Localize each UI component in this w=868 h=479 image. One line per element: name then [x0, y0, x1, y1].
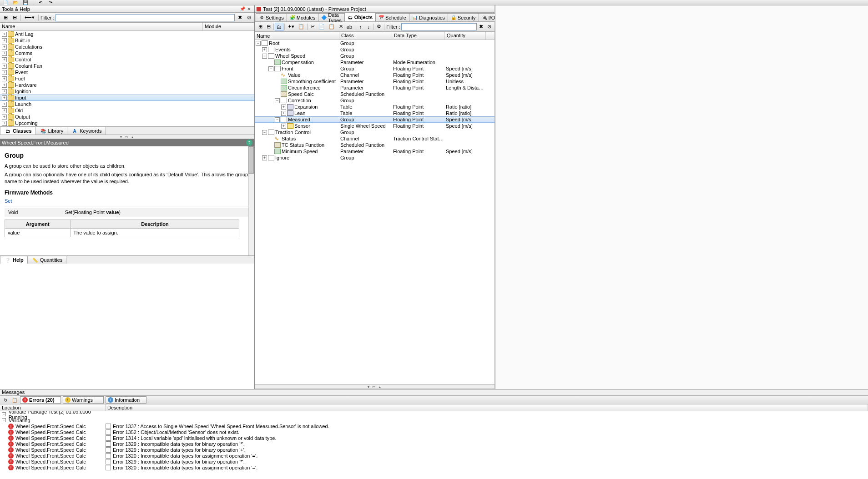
object-row[interactable]: +SensorSingle Wheel SpeedFloating PointS…: [255, 123, 495, 129]
filter-input[interactable]: [56, 14, 235, 21]
tree-expand-button[interactable]: ⊞: [256, 23, 264, 31]
object-row[interactable]: StatusChannelTraction Control Status Enu…: [255, 135, 495, 142]
messages-body[interactable]: −Validate Package Test [2] 01.09.0000 Ru…: [0, 411, 868, 479]
message-group-row[interactable]: −Validate Package Test [2] 01.09.0000 Ru…: [0, 411, 868, 417]
objects-filter-input[interactable]: [401, 23, 477, 30]
expand-icon[interactable]: +: [2, 83, 7, 88]
tree-collapse-button[interactable]: ⊟: [10, 14, 19, 22]
delete-icon[interactable]: ✕: [337, 23, 345, 31]
tab-quantities[interactable]: 📏Quantities: [27, 256, 67, 264]
expand-icon[interactable]: +: [2, 76, 7, 81]
object-row[interactable]: −MeasuredGroupFloating PointSpeed [m/s]: [255, 116, 495, 123]
tree-expand-button[interactable]: ⊞: [1, 14, 10, 22]
expand-icon[interactable]: +: [281, 124, 286, 129]
splitter[interactable]: ▾ ▭ ▴: [255, 384, 495, 389]
filter-delete-icon[interactable]: ⊘: [245, 14, 253, 22]
nav-back-button[interactable]: ⟵▾: [23, 14, 36, 22]
col-name[interactable]: Name: [0, 23, 203, 30]
tree-item[interactable]: +Event: [0, 69, 254, 75]
tab-security[interactable]: 🔒Security: [448, 13, 479, 21]
refresh-icon[interactable]: ↻: [2, 396, 9, 404]
tree-item[interactable]: +Control: [0, 56, 254, 63]
object-row[interactable]: +IgnoreGroup: [255, 155, 495, 161]
object-row[interactable]: Smoothing coefficientParameterFloating P…: [255, 78, 495, 85]
tab-objects[interactable]: 🗂Objects: [344, 13, 376, 21]
tree-item[interactable]: +Calculations: [0, 44, 254, 50]
filter-clear-icon[interactable]: ✖: [236, 14, 244, 22]
filter-delete-icon[interactable]: ⊘: [485, 23, 493, 31]
tree-item[interactable]: +Hardware: [0, 82, 254, 88]
col-class[interactable]: Class: [339, 32, 392, 40]
expand-icon[interactable]: +: [2, 102, 7, 107]
tree-item[interactable]: +Output: [0, 114, 254, 120]
tab-errors[interactable]: !Errors (20): [20, 396, 61, 404]
tab-diagnostics[interactable]: 📊Diagnostics: [409, 13, 448, 21]
expand-icon[interactable]: +: [2, 57, 7, 62]
col-description[interactable]: Description: [106, 404, 868, 411]
col-name[interactable]: Name: [255, 32, 339, 40]
expand-icon[interactable]: +: [262, 47, 267, 52]
message-row[interactable]: !Wheel Speed.Front.Speed CalcError 1314 …: [0, 435, 868, 441]
tab-modules[interactable]: 🧩Modules: [287, 13, 319, 21]
message-group-row[interactable]: −Validating: [0, 417, 868, 423]
tree-item[interactable]: +Ignition: [0, 88, 254, 95]
expand-icon[interactable]: −: [275, 98, 280, 103]
tree-collapse-button[interactable]: ⊟: [264, 23, 273, 31]
rename-icon[interactable]: ab: [345, 23, 354, 31]
col-datatype[interactable]: Data Type: [392, 32, 445, 40]
object-row[interactable]: −Traction ControlGroup: [255, 129, 495, 135]
tab-warnings[interactable]: !Warnings: [63, 396, 104, 404]
tab-schedule[interactable]: 📅Schedule: [375, 13, 409, 21]
expand-icon[interactable]: +: [2, 70, 7, 75]
tree-item[interactable]: +Anti Lag: [0, 31, 254, 37]
expand-icon[interactable]: +: [2, 51, 7, 56]
object-row[interactable]: Speed CalcScheduled Function: [255, 91, 495, 97]
object-row[interactable]: CompensationParameterMode Enumeration: [255, 59, 495, 65]
close-icon[interactable]: ✕: [247, 6, 252, 12]
object-row[interactable]: ValueChannelFloating PointSpeed [m/s]: [255, 72, 495, 78]
props-icon[interactable]: ⚙: [375, 23, 383, 31]
expand-icon[interactable]: −: [275, 117, 280, 122]
expand-icon[interactable]: +: [2, 95, 7, 100]
message-row[interactable]: !Wheel Speed.Front.Speed CalcError 1320 …: [0, 453, 868, 459]
expand-icon[interactable]: +: [2, 38, 7, 43]
paste-button[interactable]: 📋: [296, 23, 306, 31]
object-row[interactable]: −RootGroup: [255, 40, 495, 46]
tab-keywords[interactable]: AKeywords: [67, 127, 106, 135]
tree-item[interactable]: +Input: [0, 95, 254, 101]
add-button[interactable]: ✦▾: [286, 23, 296, 31]
message-row[interactable]: !Wheel Speed.Front.Speed CalcError 1337 …: [0, 423, 868, 429]
expand-icon[interactable]: −: [268, 66, 273, 71]
expand-icon[interactable]: +: [2, 89, 7, 94]
expand-icon[interactable]: +: [2, 108, 7, 113]
message-row[interactable]: !Wheel Speed.Front.Speed CalcError 1320 …: [0, 464, 868, 470]
message-row[interactable]: !Wheel Speed.Front.Speed CalcError 1329 …: [0, 441, 868, 447]
cut-icon[interactable]: ✂: [308, 23, 317, 31]
object-row[interactable]: −CorrectionGroup: [255, 97, 495, 104]
expand-icon[interactable]: −: [2, 418, 6, 422]
col-location[interactable]: Location: [0, 404, 106, 411]
copy-icon[interactable]: 📋: [11, 396, 18, 404]
col-quantity[interactable]: Quantity: [445, 32, 486, 40]
object-row[interactable]: TC Status FunctionScheduled Function: [255, 142, 495, 148]
message-row[interactable]: !Wheel Speed.Front.Speed CalcError 1352 …: [0, 429, 868, 435]
object-row[interactable]: +ExpansionTableFloating PointRatio [rati…: [255, 104, 495, 110]
objects-tree[interactable]: −RootGroup+EventsGroup−Wheel SpeedGroupC…: [255, 40, 495, 384]
tree-item[interactable]: +Old: [0, 107, 254, 114]
tab-information[interactable]: iInformation: [106, 396, 146, 404]
view-mode-button[interactable]: 🗂: [275, 23, 283, 31]
expand-icon[interactable]: −: [256, 41, 261, 46]
filter-clear-icon[interactable]: ✖: [477, 23, 485, 31]
expand-icon[interactable]: +: [2, 115, 7, 120]
tab-data-types[interactable]: 🔷Data Types: [318, 13, 344, 21]
expand-icon[interactable]: +: [2, 32, 7, 37]
set-link[interactable]: Set: [5, 198, 12, 204]
tab-library[interactable]: 📚Library: [35, 127, 68, 135]
help-icon[interactable]: ?: [246, 140, 252, 146]
tab-help[interactable]: ❔Help: [0, 256, 28, 264]
expand-icon[interactable]: +: [281, 105, 286, 110]
message-row[interactable]: !Wheel Speed.Front.Speed CalcError 1329 …: [0, 459, 868, 464]
expand-icon[interactable]: +: [281, 111, 286, 116]
object-row[interactable]: −FrontGroupFloating PointSpeed [m/s]: [255, 65, 495, 72]
pin-icon[interactable]: 📌: [240, 6, 245, 12]
